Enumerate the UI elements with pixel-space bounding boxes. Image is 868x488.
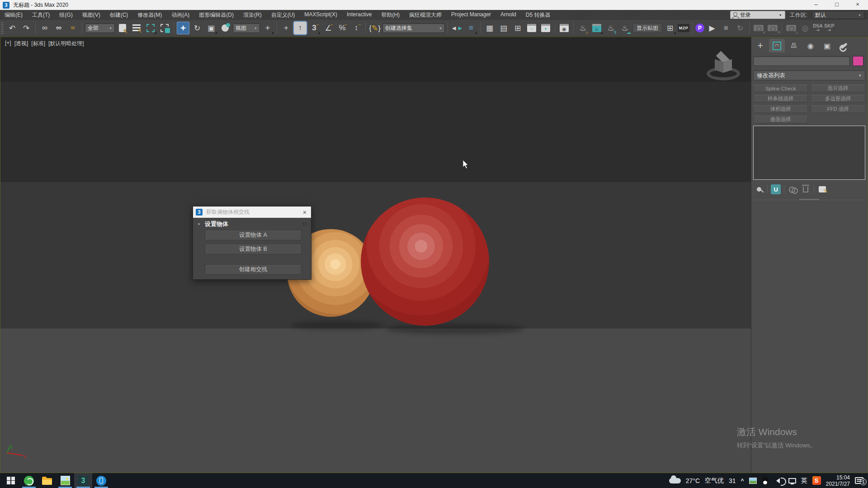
notification-center-button[interactable]: 1 [855,477,863,484]
spinner-snap-button[interactable]: ↕⌐ [350,22,363,34]
selection-filter-dropdown[interactable]: 全部 ▼ [85,23,115,33]
qq-icon[interactable] [762,477,769,485]
link-button[interactable]: ∞ [38,22,51,34]
object-name-field[interactable] [753,56,850,66]
tab-utilities[interactable] [836,39,852,52]
start-button[interactable] [2,473,20,488]
menu-item-views[interactable]: 视图(V) [82,11,100,19]
light-button[interactable]: ◎ [799,22,811,34]
pin-stack-button[interactable] [754,184,764,194]
viewport-menu-shading[interactable]: [默认明暗处理] [48,40,84,47]
configure-modifier-sets-button[interactable]: ✎ [817,184,827,194]
select-manipulate-button[interactable]: + [280,22,292,34]
show-end-result-button[interactable]: U [771,184,781,194]
schematic-view-button[interactable]: ▼ [539,22,552,34]
dialog-title-bar[interactable]: 3 获取俩物体相交线 × [193,206,311,218]
modifier-button-spline-check[interactable]: Spline Check [753,84,808,92]
object-color-swatch[interactable] [853,56,863,66]
material-editor-button[interactable]: ◉ [558,22,571,34]
menu-item-help[interactable]: 帮助(H) [381,11,400,19]
rollout-header[interactable]: ▼ 设置物体 [193,218,311,230]
keyboard-override-button[interactable]: ↑ [294,22,307,34]
camera-confirm-button[interactable]: ✓ [752,22,765,34]
remove-modifier-button[interactable] [801,184,811,194]
set-object-b-button[interactable]: 设置物体 B [205,244,302,254]
modifier-button-poly-select[interactable]: 多边形选择 [811,95,865,103]
aqi-value[interactable]: 31 [729,477,736,484]
taskbar-clock[interactable]: 15:04 2021/7/27 [826,474,850,487]
ribbon-toggle-button[interactable]: ⊞ [511,22,524,34]
menu-item-interactive[interactable]: Interactive [347,11,372,19]
tab-motion[interactable]: ◉ [802,39,818,52]
menu-item-create[interactable]: 创建(C) [110,11,128,19]
dialog-close-icon[interactable]: × [301,209,308,216]
menu-item-render-master[interactable]: 疯狂模渲大师 [409,11,442,19]
weather-cloud-icon[interactable] [669,478,681,483]
camera-settings-button[interactable]: ☼ [785,22,797,34]
menu-item-group[interactable]: 组(G) [59,11,72,19]
menu-item-rendering[interactable]: 渲染(R) [243,11,262,19]
menu-item-tools[interactable]: 工具(T) [32,11,50,19]
angle-snap-button[interactable]: ∠⌐ [322,22,335,34]
render-setup-button[interactable]: ♨☼ [576,22,589,34]
menu-item-customize[interactable]: 自定义(U) [271,11,295,19]
window-crossing-button[interactable] [158,22,171,34]
weather-temperature[interactable]: 27°C [686,477,700,484]
reference-coordinate-dropdown[interactable]: 视图 ▼ [233,23,260,33]
snap-toggle-button[interactable]: 3⌐ [308,22,321,34]
render-cloud-button[interactable]: ♨☁ [618,22,631,34]
skp-export-button[interactable]: SKP➜ [824,23,835,33]
menu-item-modifiers[interactable]: 修改器(M) [137,11,162,19]
volume-icon[interactable] [774,478,780,483]
undo-button[interactable]: ↶ [6,22,19,34]
maximize-button[interactable]: □ [826,0,847,10]
rendered-frame-button[interactable]: ♨ [590,22,603,34]
hidden-icons-button[interactable]: ^ [741,478,744,484]
render-production-button[interactable]: ♨↯ [604,22,617,34]
selection-region-button[interactable] [144,22,157,34]
workspace-dropdown[interactable]: 默认 ▼ [812,11,864,19]
texture-grid-button[interactable]: ⊞ [664,22,676,34]
minimize-button[interactable]: – [806,0,826,10]
create-intersection-button[interactable]: 创建相交线 [205,264,302,275]
viewport-menu-general[interactable]: [+] [5,40,11,47]
select-place-button[interactable] [219,22,231,34]
tray-image-icon[interactable] [749,478,757,484]
d5a-export-button[interactable]: D5A➜ [813,23,823,33]
stop-button[interactable]: ■ [720,22,732,34]
camera-cancel-button[interactable]: × [766,22,779,34]
show-map-button[interactable]: 显示贴图 [632,23,662,33]
toolbar-drag-handle[interactable] [1,22,4,34]
signin-dropdown[interactable]: 登录 ▼ [730,11,785,19]
project-manager-button[interactable]: P [695,23,704,33]
tab-hierarchy[interactable]: 品 [786,39,802,52]
view-cube[interactable] [705,51,743,85]
set-object-a-button[interactable]: 设置物体 A [205,230,302,240]
named-selection-sets-button[interactable]: {✎} [368,22,381,34]
play-button[interactable]: ▶ [706,22,718,34]
taskbar-browser-app[interactable] [20,473,38,488]
scene-explorer-button[interactable]: ▦ [483,22,496,34]
menu-item-d5-converter[interactable]: D5 转换器 [526,11,551,19]
selection-set-dropdown[interactable]: 创建选择集 ▼ [382,23,445,33]
sogou-ime-icon[interactable]: S [812,476,821,485]
make-unique-button[interactable] [788,184,797,194]
air-quality-label[interactable]: 空气优 [705,477,724,485]
modifier-list-dropdown[interactable]: 修改器列表 ▼ [753,70,865,80]
select-move-button[interactable]: + [177,22,189,34]
red-sphere-object[interactable] [361,197,489,326]
modifier-button-vol-select[interactable]: 体积选择 [753,105,808,113]
percent-snap-button[interactable]: %⌐ [336,22,349,34]
redo-button[interactable]: ↷ [20,22,33,34]
modifier-button-ffd-select[interactable]: FFD 选择 [811,105,865,113]
select-scale-button[interactable]: ▣ [205,22,217,34]
menu-item-animation[interactable]: 动画(A) [171,11,189,19]
viewport-menu-standard[interactable]: [标准] [31,40,45,47]
pivot-center-button[interactable]: + [261,22,274,34]
menu-item-graph-editors[interactable]: 图形编辑器(D) [199,11,234,19]
menu-item-project-manager[interactable]: Project Manager [451,11,491,19]
align-button[interactable]: ≡ [465,22,477,34]
unlink-button[interactable]: ∞ [52,22,65,34]
network-display-icon[interactable] [788,478,796,483]
tab-display[interactable]: ▣ [819,39,835,52]
